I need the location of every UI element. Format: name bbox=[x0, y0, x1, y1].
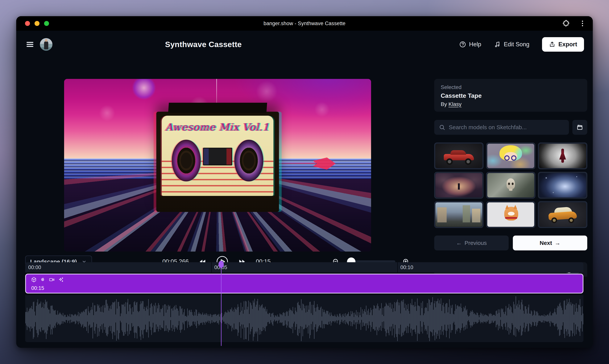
browser-menu-icon[interactable] bbox=[579, 20, 586, 27]
next-page-button[interactable]: Next → bbox=[513, 235, 587, 250]
minimize-window-button[interactable] bbox=[35, 21, 40, 26]
cassette-right-reel bbox=[234, 140, 263, 182]
model-thumbnail-skull[interactable] bbox=[486, 172, 535, 199]
playhead-knob[interactable] bbox=[219, 261, 224, 268]
model-thumbnail-red-sports-car[interactable] bbox=[434, 143, 484, 169]
model-results-grid bbox=[434, 143, 587, 228]
window-titlebar: banger.show - Synthwave Cassette bbox=[16, 16, 593, 31]
playhead-line bbox=[221, 263, 221, 346]
help-button[interactable]: Help bbox=[459, 41, 481, 48]
right-arrow-icon: → bbox=[555, 240, 561, 246]
selected-label: Selected bbox=[441, 84, 581, 90]
traffic-lights bbox=[25, 21, 49, 26]
app-header: Synthwave Cassette Help Edit Song Export bbox=[16, 31, 593, 58]
search-icon bbox=[439, 124, 445, 130]
previous-page-button[interactable]: ← Previous bbox=[434, 235, 509, 250]
music-note-icon bbox=[494, 41, 501, 48]
video-camera-icon bbox=[49, 277, 55, 283]
cassette-label-text: Awesome Mix Vol.1 bbox=[162, 121, 274, 133]
window-title: banger.show - Synthwave Cassette bbox=[263, 21, 346, 26]
edit-song-label: Edit Song bbox=[504, 41, 529, 48]
model-thumbnail-spiral-galaxy[interactable] bbox=[538, 172, 587, 199]
close-window-button[interactable] bbox=[25, 21, 30, 26]
edit-song-button[interactable]: Edit Song bbox=[494, 41, 529, 48]
author-link[interactable]: Klasy bbox=[448, 101, 461, 107]
app-window: banger.show - Synthwave Cassette Synthwa… bbox=[16, 16, 593, 348]
selected-model-author: By Klasy bbox=[441, 101, 581, 107]
audio-waveform[interactable] bbox=[25, 295, 583, 342]
timeline-ruler[interactable]: 00:00 00:05 00:10 bbox=[25, 262, 583, 273]
selected-model-name: Cassette Tape bbox=[441, 92, 581, 99]
hamburger-menu-button[interactable] bbox=[25, 39, 35, 49]
hamburger-icon bbox=[26, 40, 34, 49]
model-thumbnail-shiba-inu-dog[interactable] bbox=[486, 201, 535, 228]
timeline: 00:00 00:05 00:10 00:15 bbox=[25, 262, 583, 342]
search-input[interactable] bbox=[449, 124, 564, 130]
cassette-label: Awesome Mix Vol.1 bbox=[162, 116, 274, 196]
scene-clip[interactable]: 00:15 bbox=[25, 274, 583, 294]
extensions-icon[interactable] bbox=[562, 20, 570, 27]
help-label: Help bbox=[469, 41, 481, 48]
3d-cube-icon bbox=[31, 277, 37, 283]
cassette-tape-model: Awesome Mix Vol.1 bbox=[156, 112, 279, 212]
left-arrow-icon: ← bbox=[456, 240, 462, 246]
ruler-label-0: 00:00 bbox=[28, 264, 41, 271]
export-label: Export bbox=[558, 41, 577, 48]
export-button[interactable]: Export bbox=[542, 37, 584, 52]
selected-model-card: Selected Cassette Tape By Klasy bbox=[434, 79, 587, 112]
ruler-label-10: 00:10 bbox=[400, 264, 413, 271]
avatar[interactable] bbox=[40, 38, 53, 51]
animated-models-button[interactable] bbox=[572, 120, 587, 135]
video-preview-viewport[interactable]: Awesome Mix Vol.1 bbox=[64, 79, 371, 252]
model-thumbnail-angel-in-clouds[interactable] bbox=[434, 172, 484, 199]
maximize-window-button[interactable] bbox=[44, 21, 49, 26]
cassette-left-reel bbox=[172, 140, 201, 182]
desktop-background: banger.show - Synthwave Cassette Synthwa… bbox=[0, 0, 609, 364]
export-icon bbox=[549, 41, 555, 48]
cassette-window bbox=[203, 148, 232, 165]
model-sidebar: Selected Cassette Tape By Klasy bbox=[434, 79, 587, 277]
clip-duration: 00:15 bbox=[31, 285, 44, 291]
help-icon bbox=[459, 41, 466, 48]
model-search-box[interactable] bbox=[434, 120, 569, 135]
clapperboard-icon bbox=[576, 124, 583, 131]
sparkles-icon bbox=[58, 277, 64, 283]
page-title: Synthwave Cassette bbox=[165, 40, 242, 49]
model-thumbnail-anime-girl[interactable] bbox=[486, 143, 535, 169]
spiral-icon bbox=[40, 277, 46, 283]
model-thumbnail-orange-vintage-car[interactable] bbox=[538, 201, 587, 228]
model-thumbnail-abandoned-city-street[interactable] bbox=[434, 201, 484, 228]
model-thumbnail-dark-fantasy-figure[interactable] bbox=[538, 143, 587, 169]
waveform-svg bbox=[25, 295, 583, 342]
